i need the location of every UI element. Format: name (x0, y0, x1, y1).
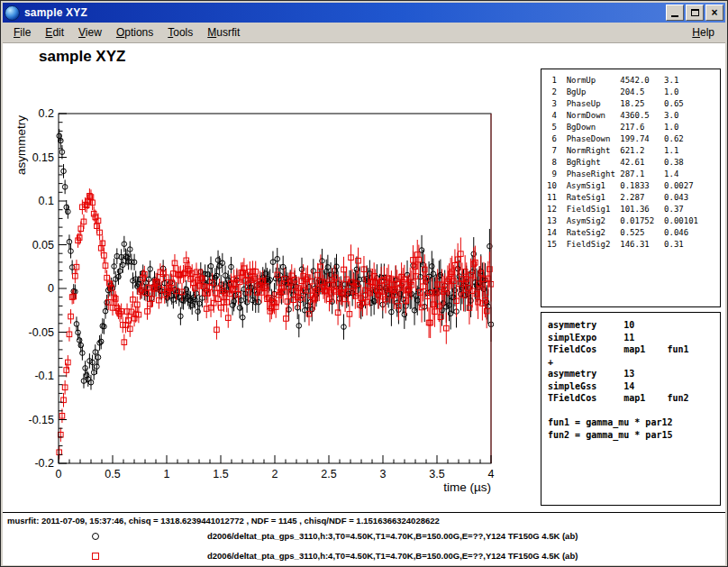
x-tick-label: 0.5 (105, 468, 120, 480)
series-black-circles (57, 129, 494, 390)
legend-marker-circle (92, 533, 99, 540)
x-tick-label: 1 (164, 468, 170, 480)
theory-line: fun2 = gamma_mu * par15 (548, 429, 720, 442)
theory-line: TFieldCos map1 fun1 (548, 343, 720, 356)
plot-data-layer (57, 129, 494, 460)
parameter-row: 12 FieldSig1 101.36 0.37 (547, 204, 720, 215)
x-tick-label: 2.5 (321, 468, 336, 480)
window-title: sample XYZ (24, 6, 664, 19)
theory-line: + (548, 356, 720, 369)
series-red-squares (57, 188, 494, 459)
parameter-row: 6 PhaseDown 199.74 0.62 (547, 133, 720, 145)
theory-line: asymmetry 10 (548, 319, 720, 332)
parameter-row: 15 FieldSig2 146.31 0.31 (547, 239, 720, 251)
menu-options[interactable]: Options (109, 23, 160, 41)
y-tick-label: 0.1 (39, 195, 54, 207)
y-tick-label: 0.15 (32, 151, 54, 164)
maximize-icon (691, 9, 699, 16)
legend-label: d2006/deltat_pta_gps_3110,h:3,T0=4.50K,T… (207, 531, 578, 541)
y-tick-label: -0.1 (34, 370, 54, 382)
x-tick-label: 0 (56, 468, 62, 480)
canvas-area: sample XYZ 0.20.150.10.050-0.05-0.1-0.15… (3, 43, 725, 565)
parameter-row: 9 PhaseRight 287.1 1.4 (547, 169, 720, 180)
menu-help[interactable]: Help (685, 23, 722, 41)
minimize-button[interactable] (666, 5, 684, 21)
close-icon: × (711, 7, 717, 18)
y-axis-title: asymmetry (14, 115, 28, 175)
y-tick-label: 0 (48, 282, 54, 295)
parameter-row: 3 PhaseUp 18.25 0.65 (547, 98, 720, 110)
parameter-box: 1 NormUp 4542.0 3.1 2 BgUp 204.5 1.0 3 P… (541, 69, 721, 307)
legend-entry: d2006/deltat_pta_gps_3110,h:4,T0=4.50K,T… (3, 550, 725, 565)
x-tick-label: 2 (272, 468, 278, 480)
close-button[interactable]: × (705, 5, 723, 21)
parameter-row: 10 AsymSig1 0.1833 0.0027 (547, 180, 720, 192)
x-tick-label: 4 (488, 468, 495, 480)
y-tick-label: -0.05 (29, 326, 55, 339)
x-axis-title: time (µs) (443, 480, 491, 494)
menu-view[interactable]: View (71, 23, 109, 41)
menu-edit[interactable]: Edit (38, 23, 71, 41)
x-tick-label: 3 (380, 468, 387, 480)
parameter-row: 11 RateSig1 2.287 0.043 (547, 192, 720, 204)
y-tick-label: -0.2 (34, 457, 54, 470)
theory-line: asymmetry 13 (548, 368, 720, 380)
legend-entry: d2006/deltat_pta_gps_3110,h:3,T0=4.50K,T… (3, 530, 725, 546)
parameter-row: 7 NormRight 621.2 1.1 (547, 145, 720, 157)
theory-line (548, 405, 720, 417)
app-icon (5, 5, 20, 21)
parameter-row: 4 NormDown 4360.5 3.0 (547, 110, 720, 122)
theory-line: fun1 = gamma_mu * par12 (548, 416, 720, 429)
y-tick-label: 0.2 (39, 107, 54, 120)
menu-file[interactable]: File (6, 23, 38, 41)
theory-box: asymmetry 10simplExpo 11TFieldCos map1 f… (541, 312, 721, 506)
parameter-row: 8 BgRight 42.61 0.38 (547, 157, 720, 169)
menu-tools[interactable]: Tools (160, 23, 200, 41)
parameter-row: 2 BgUp 204.5 1.0 (547, 87, 720, 98)
x-tick-label: 1.5 (213, 468, 228, 480)
x-tick-label: 3.5 (429, 468, 444, 480)
theory-line: simplExpo 11 (548, 332, 720, 344)
fit-status-line: musrfit: 2011-07-09, 15:37:46, chisq = 1… (7, 516, 440, 526)
minimize-icon (671, 15, 678, 17)
theory-line: TFieldCos map1 fun2 (548, 392, 720, 405)
menu-bar: FileEditViewOptionsToolsMusrfitHelp (3, 23, 725, 43)
title-bar[interactable]: sample XYZ × (3, 3, 725, 23)
y-tick-label: 0.05 (32, 239, 54, 251)
parameter-row: 13 AsymSig2 0.01752 0.00101 (547, 215, 720, 227)
parameter-row: 1 NormUp 4542.0 3.1 (547, 75, 720, 87)
legend-marker-square (92, 553, 99, 560)
theory-line: simpleGss 14 (548, 380, 720, 393)
parameter-row: 5 BgDown 217.6 1.0 (547, 122, 720, 133)
y-tick-label: -0.15 (29, 414, 55, 426)
menu-musrfit[interactable]: Musrfit (200, 23, 247, 41)
legend-label: d2006/deltat_pta_gps_3110,h:4,T0=4.50K,T… (207, 551, 578, 561)
app-window: sample XYZ × FileEditViewOptionsToolsMus… (0, 0, 728, 567)
footer-separator (3, 512, 725, 513)
parameter-row: 14 RateSig2 0.525 0.046 (547, 227, 720, 239)
maximize-button[interactable] (686, 5, 704, 21)
